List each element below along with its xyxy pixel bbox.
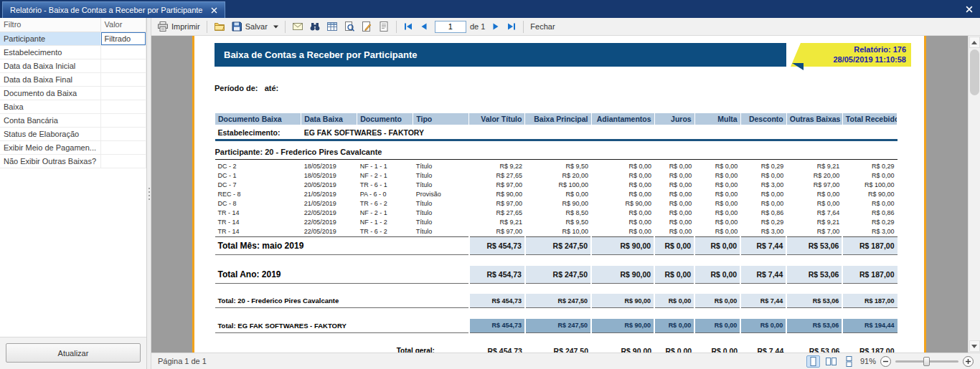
report-details: DC - 218/05/2019NF - 1 - 1TítuloR$ 9,22R… — [215, 160, 897, 237]
tab-close-icon[interactable] — [211, 7, 217, 14]
next-page-button[interactable] — [489, 20, 503, 33]
report-total-cell: R$ 90,00 — [591, 343, 654, 353]
report-detail-cell: R$ 0,86 — [842, 209, 897, 218]
email-button[interactable] — [290, 19, 306, 34]
filter-row-label[interactable]: Não Exibir Outras Baixas? — [0, 154, 100, 168]
filter-row-value[interactable] — [100, 72, 146, 86]
filter-row-label[interactable]: Data da Baixa Final — [0, 72, 100, 86]
report-column-header: Outras Baixas — [786, 113, 842, 125]
report-detail-cell: R$ 0,00 — [740, 171, 786, 181]
open-button[interactable] — [212, 19, 227, 34]
banner-tail-shape — [792, 63, 804, 70]
page-number-input[interactable] — [435, 21, 466, 33]
report-total-cell: R$ 7,44 — [740, 266, 786, 284]
fechar-button[interactable]: Fechar — [528, 21, 557, 32]
save-dropdown-button[interactable] — [271, 24, 281, 30]
report-detail-cell: 22/05/2019 — [301, 209, 357, 218]
filter-row-value[interactable] — [100, 59, 146, 72]
report-total-label: Total Ano: 2019 — [215, 266, 469, 284]
filter-row-label[interactable]: Documento da Baixa — [0, 86, 100, 100]
first-page-button[interactable] — [401, 20, 415, 33]
page-setup-button[interactable] — [376, 19, 392, 34]
tabbar-close-icon[interactable] — [966, 6, 973, 13]
filter-row[interactable]: ParticipanteFiltrado — [0, 32, 146, 45]
filter-row[interactable]: Não Exibir Outras Baixas? — [0, 154, 146, 168]
prev-page-button[interactable] — [417, 20, 431, 33]
zoom-preview-button[interactable] — [341, 19, 357, 34]
continuous-view-button[interactable] — [842, 355, 856, 368]
save-button[interactable]: Salvar — [229, 19, 270, 34]
filter-row-label[interactable]: Data da Baixa Inicial — [0, 59, 100, 72]
single-page-view-button[interactable] — [806, 355, 820, 368]
report-detail-cell: R$ 90,00 — [525, 199, 591, 209]
filter-row-value[interactable]: Filtrado — [100, 32, 146, 45]
report-total-cell: R$ 90,00 — [591, 319, 654, 333]
filter-row-label[interactable]: Baixa — [0, 100, 100, 113]
filter-row[interactable]: Data da Baixa Inicial — [0, 59, 146, 72]
edit-button[interactable] — [359, 19, 374, 34]
report-detail-cell: Título — [413, 227, 469, 237]
filter-row[interactable]: Status de Elaboração — [0, 127, 146, 140]
report-total-cell: R$ 187,00 — [842, 294, 897, 308]
vertical-scrollbar[interactable] — [968, 36, 980, 353]
report-total-cell: R$ 90,00 — [591, 266, 654, 284]
zoom-slider-thumb[interactable] — [923, 357, 930, 366]
status-bar: Página 1 de 1 91% — [151, 353, 980, 369]
report-detail-cell: R$ 27,65 — [469, 209, 525, 218]
filter-row-value[interactable] — [100, 86, 146, 100]
zoom-out-button[interactable] — [880, 356, 891, 367]
scroll-down-button[interactable] — [969, 340, 980, 352]
report-total-cell: R$ 0,00 — [694, 294, 740, 308]
table-view-button[interactable] — [324, 19, 340, 34]
atualizar-button[interactable]: Atualizar — [6, 343, 141, 363]
filter-row-label[interactable]: Exibir Meio de Pagamen... — [0, 140, 100, 154]
filter-row-value[interactable] — [100, 127, 146, 140]
filter-row[interactable]: Documento da Baixa — [0, 86, 146, 100]
report-detail-cell: R$ 97,00 — [786, 181, 842, 190]
two-pages-view-button[interactable] — [824, 355, 838, 368]
report-title: Baixa de Contas a Receber por Participan… — [224, 49, 417, 60]
report-detail-cell: Título — [413, 209, 469, 218]
report-detail-cell: R$ 0,00 — [694, 227, 740, 237]
report-detail-cell: DC - 8 — [215, 199, 301, 209]
report-detail-cell: R$ 9,21 — [469, 218, 525, 227]
filter-row-value[interactable] — [100, 113, 146, 127]
document-icon — [378, 21, 390, 32]
report-detail-cell: R$ 90,00 — [591, 199, 654, 209]
report-detail-cell: Título — [413, 218, 469, 227]
filter-row-label[interactable]: Conta Bancária — [0, 113, 100, 127]
update-button-area: Atualizar — [0, 337, 146, 369]
print-button[interactable]: Imprimir — [155, 19, 202, 34]
report-detail-cell: TR - 14 — [215, 218, 301, 227]
report-detail-cell: R$ 0,00 — [694, 218, 740, 227]
report-toolbar: Imprimir Salvar — [151, 18, 980, 36]
report-column-header: Baixa Principal — [525, 113, 591, 125]
spacer-row — [215, 332, 897, 343]
filter-row[interactable]: Estabelecimento — [0, 45, 146, 59]
filter-row-value[interactable] — [100, 154, 146, 168]
app-window: Relatório - Baixa de Contas a Receber po… — [0, 0, 980, 369]
report-detail-cell: TR - 14 — [215, 209, 301, 218]
filter-row-value[interactable] — [100, 140, 146, 154]
report-detail-cell: R$ 0,00 — [694, 171, 740, 181]
scroll-thumb[interactable] — [970, 49, 979, 95]
spacer-cell — [215, 308, 897, 319]
filter-row-label[interactable]: Estabelecimento — [0, 45, 100, 59]
report-tab[interactable]: Relatório - Baixa de Contas a Receber po… — [2, 1, 225, 18]
filter-row[interactable]: Conta Bancária — [0, 113, 146, 127]
report-page: Baixa de Contas a Receber por Participan… — [192, 36, 926, 353]
filter-row-label[interactable]: Status de Elaboração — [0, 127, 100, 140]
filter-row-value[interactable] — [100, 45, 146, 59]
filter-row[interactable]: Exibir Meio de Pagamen... — [0, 140, 146, 154]
filter-row-label[interactable]: Participante — [0, 32, 100, 45]
report-total-cell: R$ 7,44 — [740, 237, 786, 255]
zoom-slider[interactable] — [895, 360, 958, 363]
filter-row[interactable]: Baixa — [0, 100, 146, 113]
filter-row-value[interactable] — [100, 100, 146, 113]
search-button[interactable] — [307, 19, 323, 34]
last-page-button[interactable] — [504, 20, 519, 33]
zoom-in-button[interactable] — [963, 356, 974, 367]
scroll-up-button[interactable] — [969, 37, 980, 48]
filter-row[interactable]: Data da Baixa Final — [0, 72, 146, 86]
page-margin-right — [924, 36, 926, 353]
